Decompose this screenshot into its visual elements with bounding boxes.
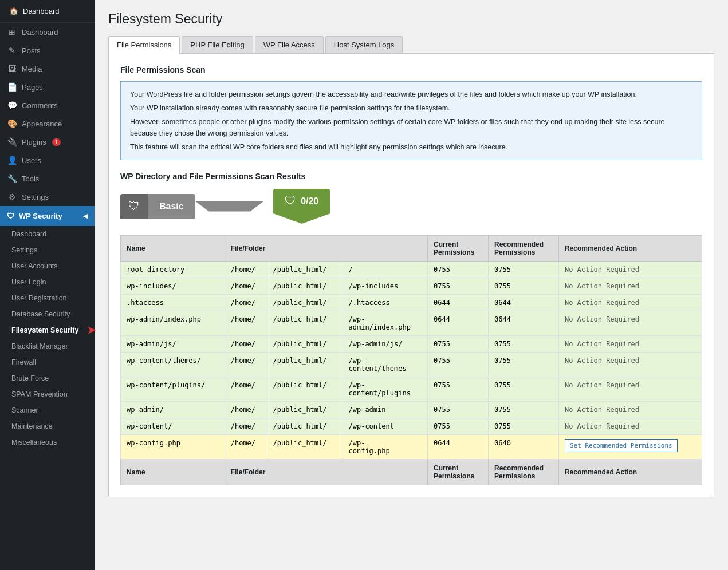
cell-current-perms: 0755 [428, 418, 489, 435]
content-card: File Permissions Scan Your WordPress fil… [108, 54, 714, 497]
cell-path3: /wp- config.php [343, 435, 428, 460]
wp-sec-blacklist-label: Blacklist Manager [11, 342, 68, 350]
dashboard-label: Dashboard [23, 7, 60, 15]
sidebar-item-settings[interactable]: ⚙ Settings [0, 188, 95, 206]
sidebar-item-pages[interactable]: 📄 Pages [0, 78, 95, 96]
wp-security-submenu: Dashboard Settings User Accounts User Lo… [0, 226, 95, 450]
sidebar-item-media[interactable]: 🖼 Media [0, 60, 95, 78]
dashboard-icon: ⊞ [7, 27, 17, 37]
cell-path1: /home/ [225, 262, 267, 278]
settings-nav-label: Settings [22, 193, 49, 201]
wp-sec-settings-label: Settings [11, 246, 37, 254]
table-row: .htaccess/home//public_html//.htaccess06… [121, 295, 702, 311]
cell-name: .htaccess [121, 295, 225, 311]
page-title: Filesystem Security [108, 11, 714, 27]
wp-sec-db-security-label: Database Security [11, 310, 70, 318]
chevron-left-icon: ◀ [83, 213, 88, 219]
cell-name: wp-admin/js/ [121, 336, 225, 353]
cell-current-perms: 0644 [428, 435, 489, 460]
cell-path2: /public_html/ [267, 262, 343, 278]
wp-sec-dashboard-label: Dashboard [11, 230, 46, 238]
info-line-2: Your WP installation already comes with … [130, 102, 692, 114]
cell-recommended-action: No Action Required [558, 262, 702, 278]
sidebar-item-appearance[interactable]: 🎨 Appearance [0, 114, 95, 133]
sidebar-item-wp-sec-user-reg[interactable]: User Registration [0, 290, 95, 306]
sidebar-item-wp-sec-scanner[interactable]: Scanner [0, 402, 95, 418]
basic-badge: 🛡 Basic [120, 189, 264, 224]
sidebar-item-wp-sec-db-security[interactable]: Database Security [0, 306, 95, 322]
cell-name: wp-includes/ [121, 278, 225, 295]
cell-path1: /home/ [225, 278, 267, 295]
cell-recommended-perms: 0755 [489, 278, 559, 295]
sidebar-item-wp-sec-misc[interactable]: Miscellaneous [0, 434, 95, 450]
permissions-table: Name File/Folder CurrentPermissions Reco… [120, 235, 702, 485]
wp-sec-spam-label: SPAM Prevention [11, 390, 68, 398]
sidebar-item-comments[interactable]: 💬 Comments [0, 96, 95, 114]
tab-wp-file-access[interactable]: WP File Access [255, 36, 324, 53]
badge-area: 🛡 Basic 🛡 0/20 [120, 189, 702, 224]
cell-recommended-perms: 0755 [489, 418, 559, 435]
cell-recommended-perms: 0755 [489, 402, 559, 418]
sidebar-nav: ⊞ Dashboard ✎ Posts 🖼 Media 📄 Pages 💬 Co… [0, 23, 95, 206]
cell-recommended-perms: 0755 [489, 377, 559, 402]
cell-name: wp-content/themes/ [121, 353, 225, 377]
footer-col-current-perms: CurrentPermissions [428, 460, 489, 485]
tab-file-permissions[interactable]: File Permissions [108, 36, 180, 54]
main-content: Filesystem Security File Permissions PHP… [95, 0, 728, 570]
cell-path1: /home/ [225, 295, 267, 311]
col-header-recommended-action: Recommended Action [558, 236, 702, 262]
sidebar-item-posts[interactable]: ✎ Posts [0, 41, 95, 60]
users-nav-label: Users [22, 156, 41, 165]
sidebar-item-tools[interactable]: 🔧 Tools [0, 169, 95, 188]
sidebar-item-dashboard[interactable]: ⊞ Dashboard [0, 23, 95, 41]
cell-path3: /wp-content [343, 418, 428, 435]
footer-col-recommended-perms: RecommendedPermissions [489, 460, 559, 485]
cell-name: wp-config.php [121, 435, 225, 460]
sidebar-item-wp-sec-user-accounts[interactable]: User Accounts [0, 258, 95, 274]
basic-badge-label: Basic [159, 201, 184, 211]
cell-recommended-action: No Action Required [558, 353, 702, 377]
cell-current-perms: 0755 [428, 278, 489, 295]
cell-path2: /public_html/ [267, 418, 343, 435]
wp-security-header[interactable]: 🛡 WP Security ◀ [0, 206, 95, 226]
wp-security-label: WP Security [19, 212, 62, 220]
sidebar-item-wp-sec-settings[interactable]: Settings [0, 242, 95, 258]
cell-path1: /home/ [225, 311, 267, 336]
wp-logo-icon: 🏠 [9, 7, 18, 15]
sidebar-item-wp-sec-maintenance[interactable]: Maintenance [0, 418, 95, 434]
sidebar-item-wp-sec-spam[interactable]: SPAM Prevention [0, 386, 95, 402]
cell-recommended-perms: 0640 [489, 435, 559, 460]
cell-path2: /public_html/ [267, 311, 343, 336]
table-row: wp-admin/index.php/home//public_html//wp… [121, 311, 702, 336]
cell-path1: /home/ [225, 336, 267, 353]
tab-php-file-editing[interactable]: PHP File Editing [182, 36, 253, 53]
cell-recommended-action: No Action Required [558, 418, 702, 435]
plugins-badge: 1 [52, 138, 61, 146]
tab-host-system-logs[interactable]: Host System Logs [325, 36, 403, 53]
shield-badge-icon: 🛡 [128, 200, 140, 213]
set-recommended-permissions-button[interactable]: Set Recommended Permissions [565, 439, 678, 452]
cell-current-perms: 0755 [428, 377, 489, 402]
sidebar-item-wp-sec-blacklist[interactable]: Blacklist Manager [0, 338, 95, 354]
sidebar-item-wp-sec-filesystem[interactable]: Filesystem Security ➤ [0, 322, 95, 338]
cell-recommended-perms: 0644 [489, 311, 559, 336]
sidebar-item-wp-sec-brute[interactable]: Brute Force [0, 370, 95, 386]
cell-name: wp-content/plugins/ [121, 377, 225, 402]
col-header-recommended-perms: RecommendedPermissions [489, 236, 559, 262]
shield-icon: 🛡 [7, 212, 14, 220]
cell-name: wp-content/ [121, 418, 225, 435]
cell-path2: /public_html/ [267, 336, 343, 353]
pages-nav-label: Pages [22, 83, 43, 92]
sidebar-item-wp-sec-dashboard[interactable]: Dashboard [0, 226, 95, 242]
cell-path2: /public_html/ [267, 295, 343, 311]
sidebar-item-wp-sec-user-login[interactable]: User Login [0, 274, 95, 290]
cell-recommended-action[interactable]: Set Recommended Permissions [558, 435, 702, 460]
cell-current-perms: 0755 [428, 262, 489, 278]
table-row: wp-content/plugins//home//public_html//w… [121, 377, 702, 402]
sidebar-logo[interactable]: 🏠 Dashboard [0, 0, 95, 23]
sidebar-item-plugins[interactable]: 🔌 Plugins 1 [0, 133, 95, 151]
sidebar-item-wp-sec-firewall[interactable]: Firewall [0, 354, 95, 370]
comments-nav-label: Comments [22, 101, 58, 110]
sidebar-item-users[interactable]: 👤 Users [0, 151, 95, 169]
cell-path3: /wp-includes [343, 278, 428, 295]
